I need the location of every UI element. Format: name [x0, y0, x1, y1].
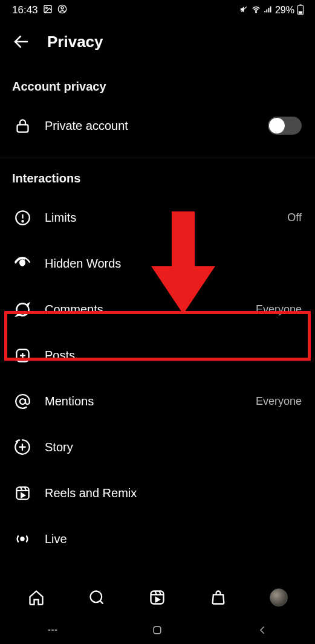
nav-search-icon[interactable]	[88, 588, 106, 607]
status-bar: 16:43 29%	[0, 0, 315, 21]
svg-rect-21	[16, 487, 28, 499]
row-reels-remix[interactable]: Reels and Remix	[0, 470, 315, 516]
section-title-interactions: Interactions	[0, 172, 315, 195]
section-account-privacy: Account privacy Private account	[0, 63, 315, 149]
row-live[interactable]: Live	[0, 516, 315, 562]
android-back-button[interactable]	[238, 625, 287, 636]
settings-scroll: Account privacy Private account Interact…	[0, 63, 315, 579]
svg-point-4	[256, 12, 256, 13]
battery-percent: 29%	[275, 5, 294, 16]
eye-hide-icon	[13, 254, 31, 272]
row-hidden-words[interactable]: Hidden Words	[0, 240, 315, 286]
nav-profile-avatar[interactable]	[270, 588, 288, 607]
svg-rect-7	[299, 11, 302, 13]
svg-rect-35	[154, 626, 161, 634]
row-posts[interactable]: Posts	[0, 332, 315, 378]
plus-square-icon	[13, 346, 31, 364]
android-home-button[interactable]	[133, 624, 181, 636]
story-add-icon	[13, 438, 31, 456]
reels-icon	[13, 484, 31, 502]
alert-circle-icon	[13, 208, 31, 227]
svg-point-18	[20, 399, 25, 404]
android-recents-button[interactable]	[28, 623, 77, 637]
svg-point-12	[22, 221, 23, 222]
section-interactions: Interactions Limits Off Hidden Words	[0, 158, 315, 562]
svg-rect-6	[299, 4, 302, 5]
limits-label: Limits	[45, 211, 76, 225]
private-account-label: Private account	[45, 119, 128, 133]
android-nav	[0, 616, 315, 644]
profile-status-icon	[57, 4, 67, 17]
mute-icon	[239, 5, 248, 16]
mentions-value: Everyone	[256, 395, 302, 408]
wifi-icon	[251, 4, 261, 16]
svg-point-14	[20, 260, 24, 265]
svg-rect-9	[17, 124, 28, 132]
section-title-account-privacy: Account privacy	[0, 80, 315, 103]
row-private-account[interactable]: Private account	[0, 103, 315, 149]
live-icon	[13, 530, 31, 548]
svg-point-1	[45, 7, 47, 8]
row-story[interactable]: Story	[0, 424, 315, 470]
page-title: Privacy	[47, 33, 103, 51]
hidden-words-label: Hidden Words	[45, 257, 121, 271]
app-bar: Privacy	[0, 21, 315, 63]
private-account-toggle[interactable]	[268, 117, 302, 135]
nav-reels-icon[interactable]	[148, 588, 166, 607]
posts-label: Posts	[45, 349, 75, 362]
status-time: 16:43	[12, 4, 38, 16]
signal-icon	[264, 5, 273, 16]
row-mentions[interactable]: Mentions Everyone	[0, 378, 315, 424]
svg-point-26	[91, 591, 102, 603]
story-label: Story	[45, 440, 73, 454]
nav-shop-icon[interactable]	[209, 588, 227, 607]
live-label: Live	[45, 532, 67, 546]
reels-remix-label: Reels and Remix	[45, 486, 137, 500]
avatar	[270, 588, 288, 607]
image-icon	[43, 4, 53, 17]
at-sign-icon	[13, 392, 31, 410]
mentions-label: Mentions	[45, 394, 94, 408]
row-limits[interactable]: Limits Off	[0, 195, 315, 240]
comments-value: Everyone	[256, 303, 302, 316]
svg-rect-28	[151, 591, 164, 604]
comment-icon	[13, 300, 31, 318]
svg-point-3	[61, 7, 63, 9]
back-button[interactable]	[12, 33, 30, 51]
svg-point-25	[21, 537, 24, 540]
comments-label: Comments	[45, 303, 103, 317]
battery-icon	[297, 4, 304, 17]
lock-icon	[13, 117, 31, 135]
row-comments[interactable]: Comments Everyone	[0, 286, 315, 332]
nav-home-icon[interactable]	[27, 588, 45, 607]
svg-line-27	[100, 601, 103, 604]
limits-value: Off	[287, 211, 302, 224]
bottom-nav	[0, 579, 315, 616]
